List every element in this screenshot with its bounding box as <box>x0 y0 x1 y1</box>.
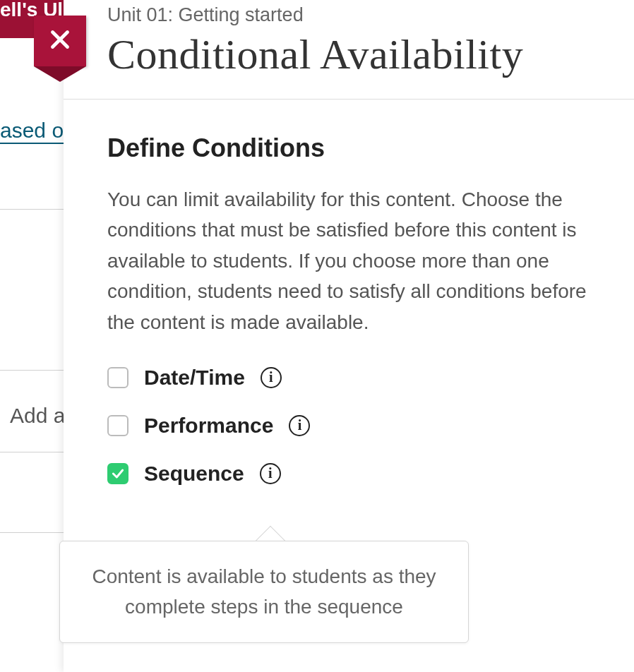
tooltip-text: Content is available to students as they… <box>92 565 436 618</box>
section-heading: Define Conditions <box>107 133 606 163</box>
info-icon[interactable]: i <box>289 415 310 436</box>
close-icon <box>47 27 73 55</box>
info-icon[interactable]: i <box>261 367 282 388</box>
condition-date-time: Date/Time i <box>107 366 606 390</box>
checkbox-date-time[interactable] <box>107 367 128 388</box>
checkbox-sequence[interactable] <box>107 463 128 484</box>
condition-label: Date/Time <box>144 366 245 390</box>
background-page: ell's Ul ased on Add a <box>0 0 67 672</box>
bg-divider <box>0 209 67 210</box>
tooltip-sequence: Content is available to students as they… <box>59 541 469 643</box>
condition-label: Sequence <box>144 462 244 486</box>
condition-sequence: Sequence i <box>107 462 606 486</box>
page-title: Conditional Availability <box>64 26 634 99</box>
bg-divider <box>0 532 67 533</box>
checkbox-performance[interactable] <box>107 415 128 436</box>
info-icon[interactable]: i <box>260 463 281 484</box>
close-button[interactable] <box>34 16 86 66</box>
define-conditions-section: Define Conditions You can limit availabi… <box>64 100 634 486</box>
checkmark-icon <box>111 467 125 481</box>
bg-add-text: Add a <box>10 404 65 428</box>
condition-label: Performance <box>144 414 273 438</box>
section-description: You can limit availability for this cont… <box>107 184 606 337</box>
breadcrumb: Unit 01: Getting started <box>64 0 634 26</box>
condition-performance: Performance i <box>107 414 606 438</box>
bg-divider <box>0 452 67 452</box>
bg-divider <box>0 370 67 371</box>
